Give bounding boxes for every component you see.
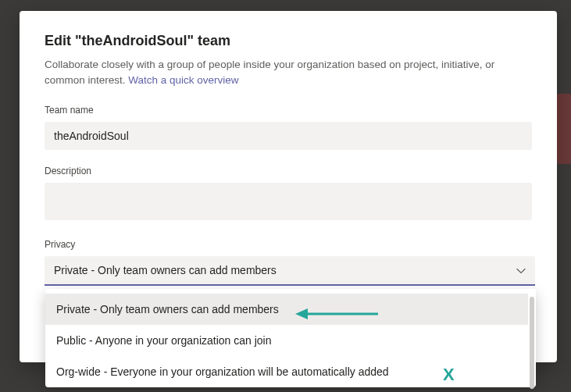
privacy-field: Privacy Private - Only team owners can a… <box>45 239 532 286</box>
dropdown-scrollbar[interactable] <box>530 297 534 389</box>
privacy-dropdown: Private - Only team owners can add membe… <box>45 289 536 387</box>
chevron-down-icon <box>516 264 526 276</box>
team-name-label: Team name <box>45 105 532 116</box>
privacy-selected-value: Private - Only team owners can add membe… <box>54 264 277 276</box>
dropdown-option-orgwide[interactable]: Org-wide - Everyone in your organization… <box>45 356 528 387</box>
team-name-input[interactable] <box>45 122 532 150</box>
description-label: Description <box>45 166 532 176</box>
description-field: Description <box>45 166 532 223</box>
modal-subtitle: Collaborate closely with a group of peop… <box>45 57 532 87</box>
dropdown-option-private[interactable]: Private - Only team owners can add membe… <box>45 294 528 325</box>
privacy-select[interactable]: Private - Only team owners can add membe… <box>45 256 535 286</box>
dropdown-option-public[interactable]: Public - Anyone in your organization can… <box>45 325 528 356</box>
subtitle-text: Collaborate closely with a group of peop… <box>45 59 494 86</box>
quick-overview-link[interactable]: Watch a quick overview <box>128 74 238 86</box>
modal-title: Edit "theAndroidSoul" team <box>45 33 532 49</box>
team-name-field: Team name <box>45 105 532 150</box>
description-input[interactable] <box>45 183 532 220</box>
privacy-label: Privacy <box>45 239 532 250</box>
